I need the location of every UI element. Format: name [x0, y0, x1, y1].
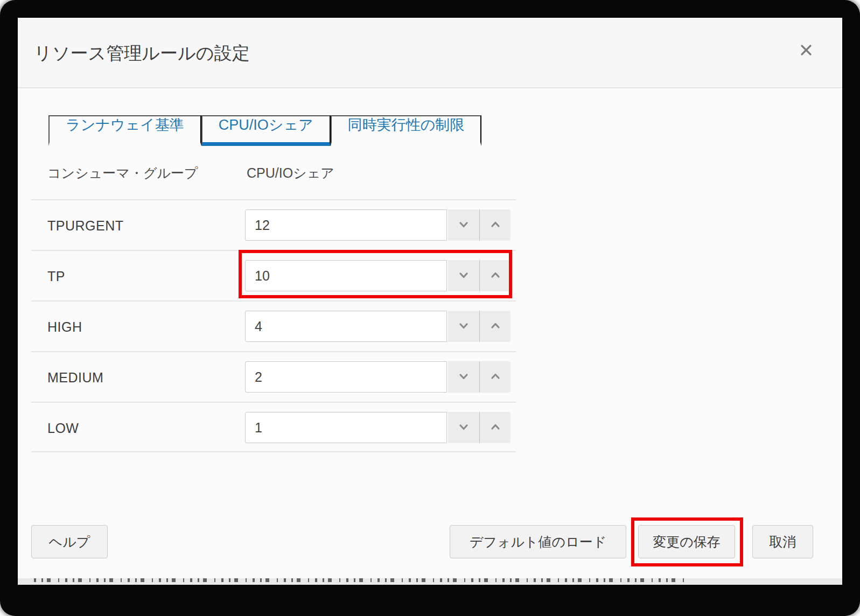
- decrement-button[interactable]: [448, 260, 479, 291]
- share-spinner-tp: [245, 260, 511, 291]
- chevron-down-icon: [457, 269, 470, 283]
- clipped-page-text: [34, 578, 688, 582]
- increment-button[interactable]: [479, 361, 511, 393]
- share-spinner-tpurgent: [245, 209, 511, 241]
- consumer-group-label: TPURGENT: [47, 218, 124, 234]
- decrement-button[interactable]: [448, 209, 479, 241]
- chevron-up-icon: [489, 218, 502, 233]
- column-header-consumer-group: コンシューマ・グループ: [47, 164, 198, 182]
- tab-bar: ランナウェイ基準 CPU/IOシェア 同時実行性の制限: [48, 115, 481, 146]
- tab-concurrency-limit[interactable]: 同時実行性の制限: [331, 115, 482, 146]
- load-defaults-button[interactable]: デフォルト値のロード: [450, 525, 626, 558]
- share-spinner-low: [245, 412, 511, 443]
- tab-runaway-criteria[interactable]: ランナウェイ基準: [48, 115, 201, 146]
- chevron-up-icon: [489, 269, 502, 283]
- increment-button[interactable]: [479, 412, 511, 443]
- share-input-high[interactable]: [245, 311, 447, 342]
- table-row-tpurgent: TPURGENT: [31, 199, 516, 250]
- share-input-low[interactable]: [245, 412, 447, 443]
- chevron-up-icon: [489, 370, 502, 384]
- help-button[interactable]: ヘルプ: [31, 525, 108, 558]
- decrement-button[interactable]: [448, 361, 479, 393]
- background-page-sliver: [18, 578, 842, 585]
- resource-rules-dialog: リソース管理ルールの設定 ランナウェイ基準 CPU/IOシェア 同時実行性の制限…: [18, 18, 842, 578]
- dialog-title: リソース管理ルールの設定: [34, 41, 250, 66]
- table-row-low: LOW: [31, 402, 516, 452]
- consumer-group-label: TP: [47, 269, 65, 284]
- chevron-up-icon: [489, 421, 502, 435]
- share-spinner-high: [245, 311, 511, 342]
- consumer-group-label: LOW: [47, 421, 79, 436]
- table-row-tp: TP: [31, 250, 516, 300]
- consumer-group-label: HIGH: [47, 319, 82, 335]
- chevron-up-icon: [489, 319, 502, 334]
- cancel-button[interactable]: 取消: [752, 525, 813, 558]
- chevron-down-icon: [457, 370, 470, 384]
- share-input-medium[interactable]: [245, 361, 447, 393]
- close-icon: [800, 44, 813, 58]
- share-input-tp[interactable]: [245, 260, 447, 291]
- share-table: TPURGENT TP: [31, 199, 516, 452]
- chevron-down-icon: [457, 421, 470, 435]
- close-button[interactable]: [798, 43, 814, 59]
- increment-button[interactable]: [479, 311, 511, 342]
- decrement-button[interactable]: [448, 412, 479, 443]
- column-header-cpu-io-share: CPU/IOシェア: [247, 164, 334, 182]
- save-changes-button[interactable]: 変更の保存: [638, 525, 735, 558]
- increment-button[interactable]: [479, 209, 511, 241]
- chevron-down-icon: [457, 319, 470, 334]
- tab-cpu-io-share[interactable]: CPU/IOシェア: [201, 115, 331, 146]
- chevron-down-icon: [457, 218, 470, 233]
- share-input-tpurgent[interactable]: [245, 209, 447, 241]
- table-row-high: HIGH: [31, 300, 516, 351]
- increment-button[interactable]: [479, 260, 511, 291]
- decrement-button[interactable]: [448, 311, 479, 342]
- share-spinner-medium: [245, 361, 511, 393]
- consumer-group-label: MEDIUM: [47, 370, 103, 386]
- dialog-header: リソース管理ルールの設定: [18, 18, 842, 88]
- table-row-medium: MEDIUM: [31, 351, 516, 402]
